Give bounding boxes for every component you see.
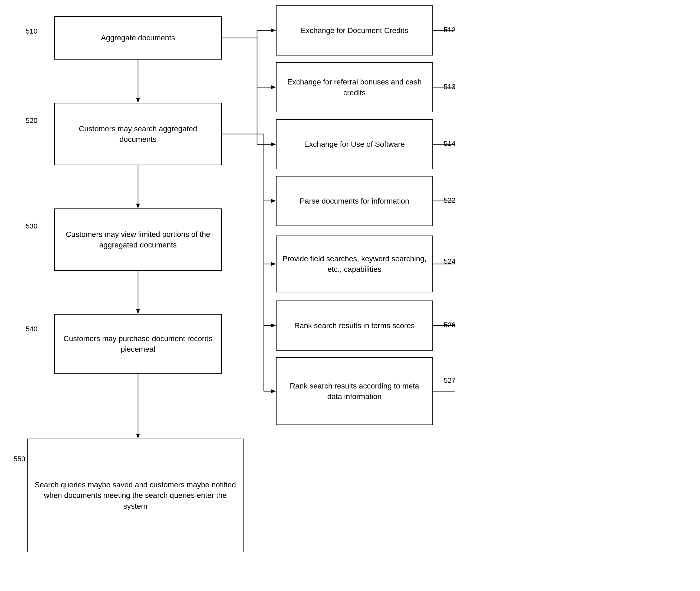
box-524: Provide field searches, keyword searchin…	[276, 236, 433, 292]
box-522: Parse documents for information	[276, 176, 433, 226]
svg-marker-23	[271, 324, 276, 327]
box-550: Search queries maybe saved and customers…	[27, 439, 243, 552]
svg-marker-15	[271, 142, 276, 146]
svg-marker-1	[136, 98, 140, 103]
box-520-label: Customers may search aggregated document…	[60, 123, 216, 145]
ref-513: 513	[444, 82, 455, 91]
svg-marker-5	[136, 309, 140, 314]
box-526: Rank search results in terms scores	[276, 301, 433, 350]
box-510: Aggregate documents	[54, 16, 222, 60]
ref-540: 540	[26, 325, 37, 333]
svg-marker-11	[271, 28, 276, 32]
ref-550: 550	[13, 455, 25, 463]
box-527-label: Rank search results according to meta da…	[282, 381, 427, 402]
box-527: Rank search results according to meta da…	[276, 357, 433, 425]
box-514-label: Exchange for Use of Software	[304, 139, 405, 149]
diagram-container: Aggregate documents 510 Customers may se…	[0, 0, 700, 591]
svg-marker-19	[271, 199, 276, 203]
box-530: Customers may view limited portions of t…	[54, 208, 222, 271]
ref-530: 530	[26, 222, 37, 231]
box-530-label: Customers may view limited portions of t…	[60, 229, 216, 250]
ref-524: 524	[444, 257, 455, 266]
box-513: Exchange for referral bonuses and cash c…	[276, 62, 433, 112]
svg-marker-21	[271, 262, 276, 266]
box-513-label: Exchange for referral bonuses and cash c…	[282, 77, 427, 98]
box-540: Customers may purchase document records …	[54, 314, 222, 374]
box-512: Exchange for Document Credits	[276, 5, 433, 56]
box-550-label: Search queries maybe saved and customers…	[33, 479, 238, 511]
box-526-label: Rank search results in terms scores	[294, 320, 414, 331]
box-520: Customers may search aggregated document…	[54, 103, 222, 165]
ref-522: 522	[444, 196, 455, 205]
ref-526: 526	[444, 321, 455, 329]
svg-marker-13	[271, 85, 276, 89]
ref-514: 514	[444, 139, 455, 148]
ref-527: 527	[444, 376, 455, 385]
box-522-label: Parse documents for information	[300, 196, 409, 206]
svg-marker-3	[136, 204, 140, 208]
ref-510: 510	[26, 27, 37, 36]
ref-520: 520	[26, 116, 37, 125]
svg-marker-25	[271, 389, 276, 393]
box-512-label: Exchange for Document Credits	[301, 25, 408, 36]
box-510-label: Aggregate documents	[101, 32, 175, 43]
ref-512: 512	[444, 26, 455, 34]
box-514: Exchange for Use of Software	[276, 119, 433, 169]
svg-marker-7	[136, 434, 140, 439]
box-524-label: Provide field searches, keyword searchin…	[282, 253, 427, 274]
box-540-label: Customers may purchase document records …	[60, 333, 216, 354]
